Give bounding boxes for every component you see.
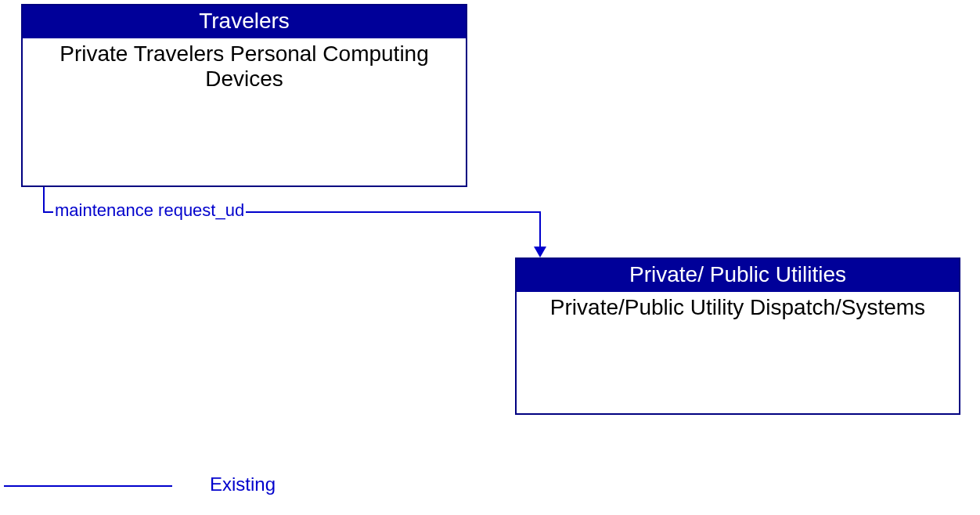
connector-segment-vertical-start	[43, 187, 45, 213]
connector-segment-vertical-end	[539, 211, 541, 247]
entity-utilities-body: Private/Public Utility Dispatch/Systems	[517, 292, 959, 320]
connector-label: maintenance request_ud	[53, 200, 246, 221]
entity-travelers-body: Private Travelers Personal Computing Dev…	[23, 38, 466, 92]
entity-travelers-header: Travelers	[23, 5, 466, 38]
connector-arrowhead-icon	[534, 247, 546, 258]
entity-travelers: Travelers Private Travelers Personal Com…	[21, 4, 467, 187]
legend-label: Existing	[210, 474, 276, 495]
entity-utilities-header: Private/ Public Utilities	[517, 259, 959, 292]
entity-utilities: Private/ Public Utilities Private/Public…	[515, 258, 960, 415]
legend-line	[4, 485, 172, 487]
